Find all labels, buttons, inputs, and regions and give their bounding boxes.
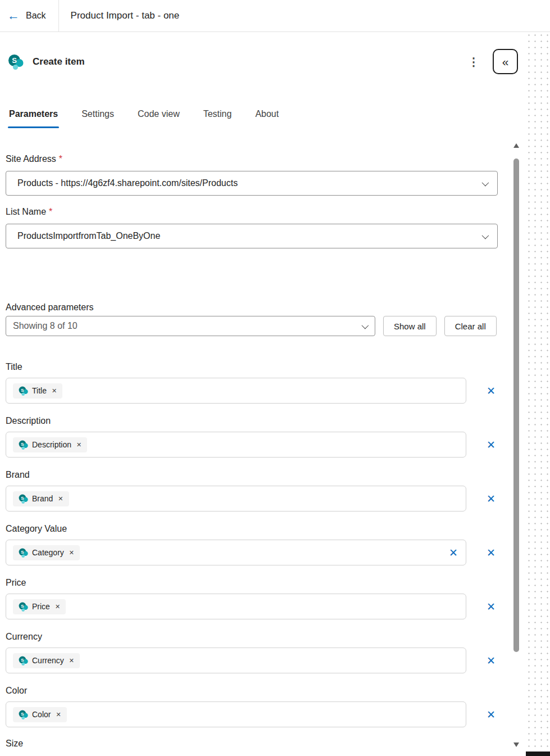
svg-text:S: S (12, 56, 17, 65)
dynamic-content-pill[interactable]: S Brand ✕ (13, 491, 69, 506)
tab-testing[interactable]: Testing (202, 109, 233, 128)
token-input[interactable]: S Price ✕ (6, 594, 466, 619)
site-address-dropdown[interactable]: Products - https://4g6zf4.sharepoint.com… (6, 171, 498, 196)
svg-text:S: S (21, 603, 24, 608)
dynamic-content-pill[interactable]: S Title ✕ (13, 383, 62, 399)
scroll-up-icon[interactable] (513, 143, 519, 148)
remove-token-icon[interactable]: ✕ (76, 441, 81, 449)
svg-text:S: S (21, 441, 24, 446)
dynamic-content-pill[interactable]: S Color ✕ (13, 707, 67, 722)
designer-canvas-strip (526, 32, 550, 756)
clear-field-icon[interactable]: ✕ (487, 654, 496, 667)
chevron-down-icon (362, 322, 369, 329)
remove-token-icon[interactable]: ✕ (52, 387, 57, 395)
remove-token-icon[interactable]: ✕ (69, 549, 74, 556)
clear-field-icon[interactable]: ✕ (487, 708, 496, 721)
more-options-icon[interactable]: ⋮ (463, 53, 484, 71)
dynamic-content-pill[interactable]: S Description ✕ (13, 437, 87, 452)
sharepoint-icon: S (19, 656, 28, 666)
remove-token-icon[interactable]: ✕ (55, 603, 60, 610)
scroll-down-icon[interactable] (513, 743, 519, 747)
chevron-down-icon (482, 232, 489, 239)
field-label: Title (6, 361, 498, 373)
svg-text:S: S (21, 495, 24, 500)
field-label: Color (6, 685, 498, 697)
clear-field-inner-icon[interactable]: ✕ (449, 546, 458, 559)
action-config-panel: S Create item ⋮ « Parameters Settings Co… (0, 32, 526, 756)
token-input[interactable]: S Title ✕ (6, 378, 466, 404)
svg-text:S: S (21, 657, 24, 662)
scrollbar[interactable] (512, 141, 521, 750)
tab-about[interactable]: About (254, 109, 280, 128)
dynamic-content-pill[interactable]: S Price ✕ (13, 599, 66, 614)
scrollbar-thumb[interactable] (513, 159, 519, 652)
token-input[interactable]: S Currency ✕ (6, 648, 466, 673)
list-name-dropdown[interactable]: ProductsImportfromTab_OneByOne (6, 224, 498, 248)
sharepoint-icon: S (19, 440, 28, 450)
field-label: Category Value (6, 523, 498, 535)
field-label: Price (6, 577, 498, 589)
parameters-content: Site Address* Products - https://4g6zf4.… (6, 153, 498, 749)
back-button[interactable]: ← Back (0, 0, 58, 31)
topbar-divider (58, 0, 59, 32)
remove-token-icon[interactable]: ✕ (56, 711, 61, 718)
token-field-row: Description S Description ✕ (6, 415, 498, 458)
sharepoint-icon: S (19, 602, 28, 612)
clear-field-icon[interactable]: ✕ (487, 384, 496, 397)
token-input[interactable]: S Description ✕ (6, 432, 466, 458)
tab-parameters[interactable]: Parameters (8, 109, 59, 128)
token-input[interactable]: S Color ✕ (6, 701, 466, 727)
advanced-parameters-row: Showing 8 of 10 Show all Clear all (6, 316, 498, 336)
token-field-row: Currency S Currency ✕ (6, 631, 498, 673)
collapse-panel-button[interactable]: « (493, 49, 518, 74)
remove-token-icon[interactable]: ✕ (69, 657, 74, 664)
main-area: S Create item ⋮ « Parameters Settings Co… (0, 32, 550, 756)
advanced-parameters-dropdown[interactable]: Showing 8 of 10 (6, 316, 375, 336)
svg-text:S: S (21, 549, 24, 554)
clear-field-icon[interactable]: ✕ (487, 546, 496, 559)
token-input[interactable]: S Category ✕ ✕ (6, 540, 466, 565)
advanced-summary: Showing 8 of 10 (13, 321, 78, 331)
field-label: Brand (6, 469, 498, 481)
advanced-parameters-label: Advanced parameters (6, 302, 498, 313)
header-actions: ⋮ « (463, 49, 518, 74)
sharepoint-icon: S (19, 548, 28, 558)
action-title: Create item (33, 56, 85, 67)
top-bar: ← Back Product Import - tab - one (0, 0, 550, 32)
svg-text:S: S (21, 387, 24, 392)
site-address-value: Products - https://4g6zf4.sharepoint.com… (17, 178, 238, 188)
token-field-row: Brand S Brand ✕ ✕ (6, 469, 498, 511)
list-name-label: List Name* (6, 206, 498, 218)
chevron-down-icon (482, 179, 489, 186)
field-label: Currency (6, 631, 498, 643)
sharepoint-icon: S (19, 386, 28, 396)
svg-text:S: S (21, 711, 24, 716)
token-field-row: Category Value S Category ✕ ✕ (6, 523, 498, 565)
show-all-button[interactable]: Show all (383, 316, 437, 336)
token-input[interactable]: S Brand ✕ (6, 486, 466, 511)
token-field-row: Color S Color ✕ ✕ (6, 685, 498, 727)
clear-field-icon[interactable]: ✕ (487, 438, 496, 451)
required-asterisk: * (49, 207, 52, 216)
sharepoint-icon: S (19, 710, 28, 719)
dynamic-content-pill[interactable]: S Category ✕ (13, 545, 80, 560)
required-asterisk: * (59, 154, 62, 164)
bottom-bar (526, 752, 550, 756)
list-name-value: ProductsImportfromTab_OneByOne (17, 231, 160, 241)
back-label: Back (26, 11, 46, 21)
tab-bar: Parameters Settings Code view Testing Ab… (8, 109, 526, 128)
sharepoint-icon: S (19, 494, 28, 504)
remove-token-icon[interactable]: ✕ (58, 495, 63, 503)
tab-settings[interactable]: Settings (80, 109, 115, 128)
clear-field-icon[interactable]: ✕ (487, 492, 496, 505)
clear-field-icon[interactable]: ✕ (487, 600, 496, 613)
clear-all-button[interactable]: Clear all (444, 316, 497, 336)
sharepoint-icon: S (8, 54, 24, 70)
field-label: Description (6, 415, 498, 427)
dynamic-content-pill[interactable]: S Currency ✕ (13, 653, 80, 668)
site-address-label: Site Address* (6, 153, 498, 165)
token-field-row: Title S Title ✕ ✕ (6, 361, 498, 404)
back-arrow-icon: ← (7, 10, 20, 22)
tab-code-view[interactable]: Code view (137, 109, 181, 128)
panel-header: S Create item ⋮ « (8, 49, 518, 74)
